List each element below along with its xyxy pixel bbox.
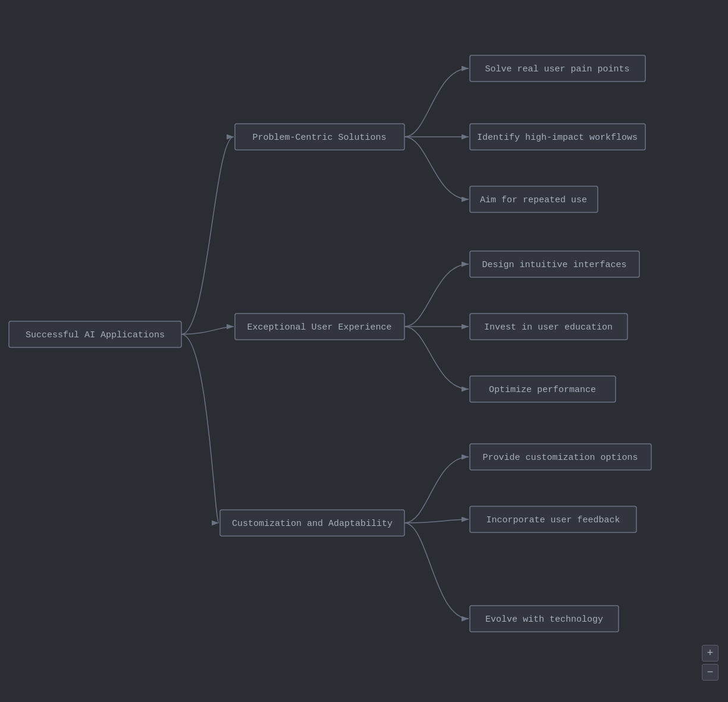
zoom-in-button[interactable]: +	[702, 645, 718, 662]
branch2-node-label: Exceptional User Experience	[247, 322, 391, 333]
leaf7-node-label: Provide customization options	[482, 453, 638, 463]
edge-branch3-leaf9	[404, 523, 469, 619]
edge-branch1-leaf3	[404, 137, 469, 199]
edge-branch2-leaf4	[404, 264, 469, 327]
branch3-node-label: Customization and Adaptability	[232, 519, 393, 529]
leaf5-node-label: Invest in user education	[484, 322, 613, 333]
leaf9-node-label: Evolve with technology	[485, 615, 603, 625]
leaf4-node-label: Design intuitive interfaces	[482, 260, 626, 270]
zoom-out-button[interactable]: −	[702, 664, 718, 681]
leaf2-node-label: Identify high-impact workflows	[477, 133, 638, 143]
edge-branch2-leaf6	[404, 327, 469, 389]
edge-root-branch3	[181, 334, 219, 523]
root-node-label: Successful AI Applications	[26, 330, 165, 340]
edge-root-branch1	[181, 137, 234, 334]
leaf3-node-label: Aim for repeated use	[480, 195, 587, 205]
leaf6-node-label: Optimize performance	[489, 385, 596, 395]
edge-branch1-leaf1	[404, 68, 469, 137]
branch1-node-label: Problem-Centric Solutions	[252, 133, 386, 143]
leaf1-node-label: Solve real user pain points	[485, 64, 629, 74]
leaf8-node-label: Incorporate user feedback	[486, 515, 620, 525]
mindmap-svg: Successful AI Applications Problem-Centr…	[0, 0, 728, 702]
zoom-out-icon: −	[707, 667, 714, 678]
edge-branch3-leaf7	[404, 457, 469, 523]
edge-branch3-leaf8	[404, 519, 469, 523]
zoom-in-icon: +	[707, 648, 714, 659]
